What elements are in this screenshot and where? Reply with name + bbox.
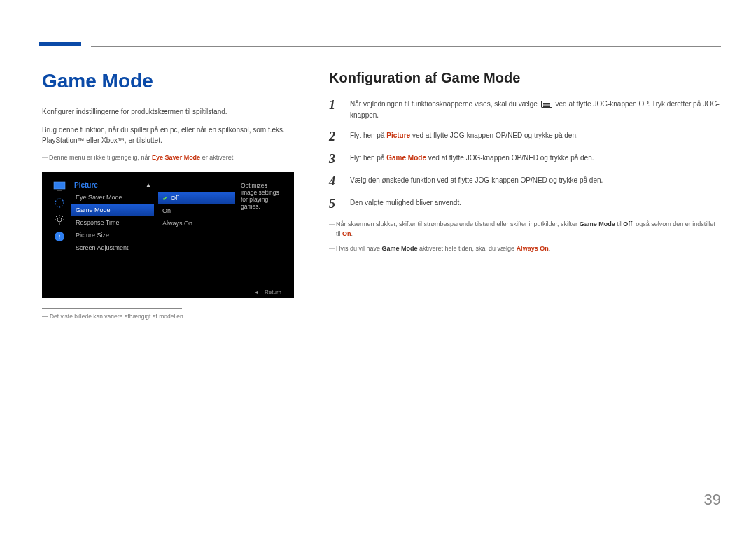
arrow-up-icon: ▲ [146, 182, 151, 188]
step-5: 5 Den valgte mulighed bliver anvendt. [329, 197, 721, 210]
note3-em2: Always On [517, 245, 549, 252]
svg-line-10 [56, 223, 57, 224]
osd-option-column: ✔ Off On Always On [158, 179, 235, 288]
manual-page: Game Mode Konfigurer indstillingerne for… [0, 0, 756, 534]
step-text: Den valgte mulighed bliver anvendt. [350, 197, 461, 209]
osd-description: Optimizes image settings for playing gam… [239, 179, 284, 288]
note3-mid: aktiveret hele tiden, skal du vælge [418, 245, 517, 252]
note3-end: . [549, 245, 551, 252]
svg-rect-0 [54, 182, 65, 189]
note2-mid: til [615, 220, 624, 227]
osd-menu-title-text: Picture [74, 181, 98, 189]
menu-icon [541, 101, 552, 108]
osd-item-response-time: Response Time [71, 216, 154, 229]
note2-em1: Game Mode [580, 220, 615, 227]
screen-off-note: Når skærmen slukker, skifter til strømbe… [329, 220, 721, 239]
step-text: Flyt hen på Game Mode ved at flytte JOG-… [350, 153, 594, 164]
header-rule [91, 46, 721, 47]
left-notes: Denne menu er ikke tilgængelig, når Eye … [42, 153, 294, 163]
osd-footer: ◂ Return [255, 289, 281, 295]
step-3-em: Game Mode [386, 154, 426, 162]
steps-list: 1 Når vejledningen til funktionsknappern… [329, 99, 721, 210]
step-2-pre: Flyt hen på [350, 132, 386, 139]
osd-item-game-mode: Game Mode [71, 204, 154, 216]
note-text-pre: Denne menu er ikke tilgængelig, når [49, 154, 152, 161]
settings-tab-icon [52, 213, 66, 227]
osd-option-always-on: Always On [158, 217, 235, 230]
header-accent-bar [39, 42, 81, 46]
note2-em2: Off [623, 220, 632, 227]
page-number: 39 [704, 491, 721, 509]
intro-paragraph-2: Brug denne funktion, når du spiller på e… [42, 125, 294, 146]
svg-rect-1 [57, 190, 62, 191]
osd-option-off: ✔ Off [158, 192, 235, 204]
osd-item-picture-size: Picture Size [71, 229, 154, 241]
svg-line-11 [62, 216, 64, 218]
eye-saver-note: Denne menu er ikke tilgængelig, når Eye … [42, 153, 294, 163]
osd-option-off-label: Off [171, 195, 179, 202]
svg-point-3 [57, 218, 62, 222]
osd-icon-column: i [52, 179, 67, 288]
osd-return-label: Return [265, 289, 281, 295]
content-columns: Game Mode Konfigurer indstillingerne for… [42, 70, 721, 320]
svg-text:i: i [59, 232, 61, 240]
step-2: 2 Flyt hen på Picture ved at flytte JOG-… [329, 130, 721, 143]
step-number: 1 [329, 99, 340, 111]
svg-line-8 [56, 216, 57, 218]
osd-item-eye-saver: Eye Saver Mode [71, 191, 154, 204]
color-tab-icon [52, 196, 66, 210]
osd-item-screen-adjustment: Screen Adjustment [71, 241, 154, 254]
osd-option-on: On [158, 204, 235, 217]
always-on-note: Hvis du vil have Game Mode aktiveret hel… [329, 244, 721, 254]
step-text: Når vejledningen til funktionsknapperne … [350, 99, 721, 120]
info-tab-icon: i [52, 230, 66, 244]
step-text: Flyt hen på Picture ved at flytte JOG-kn… [350, 130, 578, 141]
configuration-title: Konfiguration af Game Mode [329, 70, 721, 86]
step-3-pre: Flyt hen på [350, 154, 386, 162]
osd-inner: i Picture ▲ Eye Saver Mode Game Mode Res… [52, 179, 284, 288]
step-4: 4 Vælg den ønskede funktion ved at flytt… [329, 175, 721, 188]
check-icon: ✔ [162, 195, 168, 202]
picture-tab-icon [52, 179, 66, 193]
step-number: 3 [329, 153, 340, 165]
right-notes: Når skærmen slukker, skifter til strømbe… [329, 220, 721, 254]
step-number: 2 [329, 130, 340, 143]
note2-end: . [351, 230, 354, 237]
svg-line-9 [62, 223, 64, 224]
left-column: Game Mode Konfigurer indstillingerne for… [42, 70, 294, 320]
intro-paragraph-1: Konfigurer indstillingerne for produktsk… [42, 106, 294, 118]
step-1: 1 Når vejledningen til funktionsknappern… [329, 99, 721, 120]
note-text-post: er aktiveret. [200, 154, 235, 161]
image-disclaimer-text: Det viste billede kan variere afhængigt … [50, 313, 185, 320]
note-em: Eye Saver Mode [152, 154, 200, 161]
step-3-post: ved at flytte JOG-knappen OP/NED og tryk… [426, 154, 594, 162]
osd-screenshot: i Picture ▲ Eye Saver Mode Game Mode Res… [42, 172, 294, 298]
section-title: Game Mode [42, 70, 294, 92]
note2-em3: On [342, 230, 351, 237]
step-2-post: ved at flytte JOG-knappen OP/NED og tryk… [410, 132, 578, 139]
step-2-em: Picture [386, 132, 410, 139]
image-disclaimer: ― Det viste billede kan variere afhængig… [42, 313, 294, 320]
svg-point-2 [55, 199, 64, 207]
note2-pre: Når skærmen slukker, skifter til strømbe… [336, 220, 580, 227]
step-3: 3 Flyt hen på Game Mode ved at flytte JO… [329, 153, 721, 165]
footnote-divider [42, 308, 182, 309]
step-text: Vælg den ønskede funktion ved at flytte … [350, 175, 603, 186]
osd-nav-arrow-icon: ◂ [255, 289, 258, 295]
step-number: 4 [329, 175, 340, 188]
step-number: 5 [329, 197, 340, 210]
note3-em1: Game Mode [382, 245, 418, 252]
right-column: Konfiguration af Game Mode 1 Når vejledn… [329, 70, 721, 320]
note3-pre: Hvis du vil have [336, 245, 382, 252]
osd-menu-column: Picture ▲ Eye Saver Mode Game Mode Respo… [71, 179, 154, 288]
osd-menu-title: Picture ▲ [71, 179, 154, 191]
step-1-pre: Når vejledningen til funktionsknapperne … [350, 100, 540, 108]
